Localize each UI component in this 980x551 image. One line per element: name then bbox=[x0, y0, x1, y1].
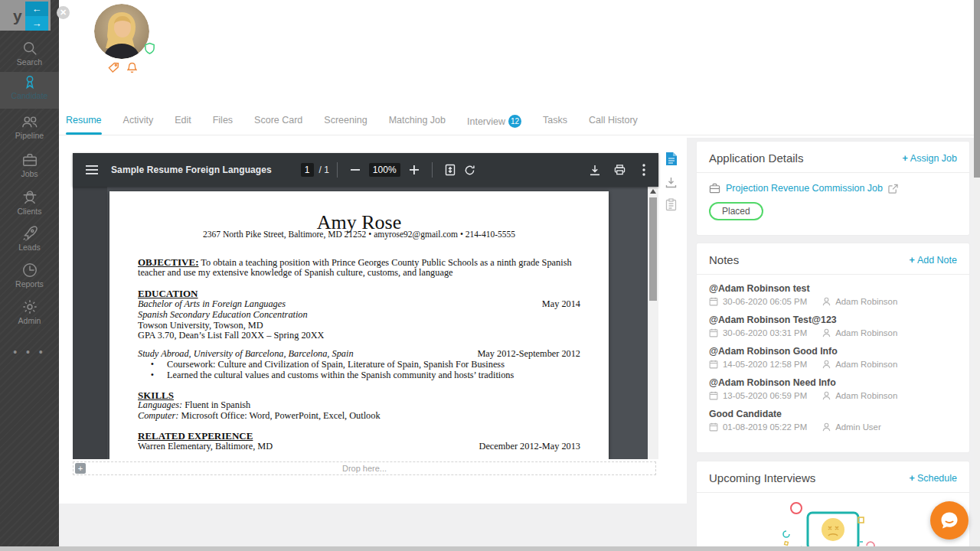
download-resume-icon[interactable] bbox=[665, 174, 681, 188]
add-file-icon[interactable]: + bbox=[75, 463, 86, 474]
plus-icon: + bbox=[903, 153, 908, 164]
resume-bullet: •Learned the cultural values and customs… bbox=[138, 370, 580, 381]
admin-icon bbox=[21, 298, 38, 315]
resume-skills-header: SKILLS bbox=[138, 390, 580, 401]
pdf-viewer: Sample Resume Foreign Languages 1 / 1 10… bbox=[73, 153, 658, 459]
person-icon bbox=[822, 391, 831, 400]
close-icon[interactable]: ✕ bbox=[57, 6, 70, 19]
note-text: @Adam Robinson test bbox=[709, 283, 957, 294]
clipboard-icon[interactable] bbox=[665, 197, 681, 210]
pdf-zoom-controls: 100% bbox=[345, 160, 424, 180]
file-drop-zone[interactable]: Drop here... bbox=[73, 461, 656, 475]
panel-title: Upcoming Interviews bbox=[709, 471, 815, 484]
sidebar-item-reports[interactable]: Reports bbox=[0, 260, 59, 295]
sidebar-item-admin[interactable]: Admin bbox=[0, 297, 59, 332]
sidebar-item-label: Pipeline bbox=[0, 131, 59, 140]
pdf-scrollbar-thumb[interactable] bbox=[649, 197, 657, 301]
note-item[interactable]: Good Candidate 01-08-2019 05:22 PMAdmin … bbox=[709, 409, 957, 432]
next-candidate-button[interactable]: → bbox=[25, 16, 48, 31]
previous-candidate-button[interactable]: ← bbox=[25, 2, 48, 16]
note-item[interactable]: @Adam Robinson Need Info 13-05-2020 06:5… bbox=[709, 377, 957, 400]
jobs-icon bbox=[21, 152, 38, 168]
download-icon[interactable] bbox=[585, 160, 605, 180]
tab-score-card[interactable]: Score Card bbox=[254, 110, 302, 135]
tab-tasks[interactable]: Tasks bbox=[543, 110, 567, 135]
sidebar-item-label: Reports bbox=[0, 279, 59, 289]
note-item[interactable]: @Adam Robinson test 30-06-2020 06:05 PMA… bbox=[709, 283, 957, 306]
sidebar-item-pipeline[interactable]: Pipeline bbox=[0, 112, 59, 147]
page-horizontal-scrollbar[interactable] bbox=[0, 546, 980, 551]
tab-edit[interactable]: Edit bbox=[175, 110, 191, 135]
note-author: Adam Robinson bbox=[835, 297, 897, 306]
chat-bubble-icon bbox=[939, 510, 959, 530]
note-date: 30-06-2020 03:31 PM bbox=[723, 328, 807, 337]
add-note-button[interactable]: +Add Note bbox=[910, 255, 957, 266]
pdf-scrollbar[interactable] bbox=[648, 187, 658, 459]
pdf-toolbar: Sample Resume Foreign Languages 1 / 1 10… bbox=[73, 153, 658, 187]
support-chat-button[interactable] bbox=[930, 501, 969, 540]
tab-interview[interactable]: Interview12 bbox=[467, 110, 521, 135]
resume-line: Study Abroad, University of Barcelona, B… bbox=[138, 349, 580, 360]
resume-objective: OBJECTIVE: To obtain a teaching position… bbox=[138, 257, 580, 279]
calendar-icon bbox=[709, 422, 718, 432]
pdf-zoom-level[interactable]: 100% bbox=[369, 163, 400, 177]
pdf-page-input[interactable]: 1 bbox=[301, 163, 314, 177]
logo-letter: y bbox=[13, 7, 22, 25]
resume-page: Amy Rose 2367 North Pike Street, Baltimo… bbox=[109, 191, 609, 459]
vertical-scrollbar-thumb[interactable] bbox=[974, 0, 980, 178]
resume-document-icon[interactable] bbox=[665, 152, 681, 166]
zoom-in-icon[interactable] bbox=[404, 160, 424, 180]
profile-tabs: Resume Activity Edit Files Score Card Sc… bbox=[59, 110, 980, 135]
print-icon[interactable] bbox=[609, 160, 629, 180]
bell-icon[interactable] bbox=[127, 62, 137, 73]
drop-zone-label: Drop here... bbox=[342, 464, 387, 473]
job-link[interactable]: Projection Revenue Commission Job bbox=[726, 183, 883, 194]
tag-icon[interactable] bbox=[108, 62, 119, 73]
note-author: Admin User bbox=[835, 422, 881, 432]
sidebar-item-leads[interactable]: Leads bbox=[0, 223, 59, 259]
note-item[interactable]: @Adam Robinson Good Info 14-05-2020 12:5… bbox=[709, 346, 957, 369]
calendar-icon bbox=[709, 391, 718, 400]
tab-files[interactable]: Files bbox=[213, 110, 233, 135]
sidebar-item-jobs[interactable]: Jobs bbox=[0, 150, 59, 185]
no-interviews-illustration bbox=[776, 499, 890, 551]
assign-job-button[interactable]: +Assign Job bbox=[903, 153, 957, 164]
pdf-menu-icon[interactable] bbox=[82, 160, 102, 180]
sidebar-more-icon[interactable]: • • • bbox=[0, 346, 59, 358]
sidebar-item-search[interactable]: Search bbox=[0, 38, 59, 73]
note-date: 13-05-2020 06:59 PM bbox=[723, 391, 807, 400]
tab-resume[interactable]: Resume bbox=[66, 110, 102, 135]
page-vertical-scrollbar[interactable] bbox=[974, 0, 980, 546]
panel-title: Notes bbox=[709, 253, 739, 266]
pdf-body: Amy Rose 2367 North Pike Street, Baltimo… bbox=[73, 187, 658, 459]
pipeline-icon bbox=[21, 113, 39, 130]
resume-experience-header: RELATED EXPERIENCE bbox=[138, 431, 580, 442]
tab-matching-job[interactable]: Matching Job bbox=[389, 110, 446, 135]
tab-call-history[interactable]: Call History bbox=[589, 110, 638, 135]
note-author: Adam Robinson bbox=[835, 328, 897, 337]
note-item[interactable]: @Adam Robinson Test@123 30-06-2020 03:31… bbox=[709, 315, 957, 337]
calendar-icon bbox=[709, 328, 718, 337]
tab-activity[interactable]: Activity bbox=[123, 110, 154, 135]
note-text: @Adam Robinson Test@123 bbox=[709, 315, 957, 325]
sidebar-item-candidate[interactable]: Candidate bbox=[0, 72, 59, 109]
leads-icon bbox=[21, 225, 38, 242]
sidebar-item-clients[interactable]: Clients bbox=[0, 187, 59, 222]
zoom-out-icon[interactable] bbox=[345, 160, 365, 180]
pdf-page-total: / 1 bbox=[319, 165, 329, 175]
sidebar: y Search Candidate Pipeline Jobs Clients… bbox=[0, 0, 59, 546]
candidate-profile-page: y Search Candidate Pipeline Jobs Clients… bbox=[0, 0, 980, 551]
plus-icon: + bbox=[910, 473, 915, 484]
fit-page-icon[interactable] bbox=[440, 160, 460, 180]
external-link-icon[interactable] bbox=[888, 184, 898, 194]
scroll-up-icon[interactable] bbox=[650, 189, 656, 194]
rotate-icon[interactable] bbox=[460, 160, 480, 180]
panel-title: Application Details bbox=[709, 152, 803, 165]
schedule-interview-button[interactable]: +Schedule bbox=[910, 473, 957, 484]
note-text: @Adam Robinson Good Info bbox=[709, 346, 957, 357]
tab-screening[interactable]: Screening bbox=[324, 110, 367, 135]
avatar bbox=[94, 4, 149, 59]
pdf-more-options-icon[interactable] bbox=[634, 160, 654, 180]
resume-line: GPA 3.70, Dean’s List Fall 20XX – Spring… bbox=[138, 331, 580, 341]
sidebar-item-label: Search bbox=[0, 57, 59, 67]
